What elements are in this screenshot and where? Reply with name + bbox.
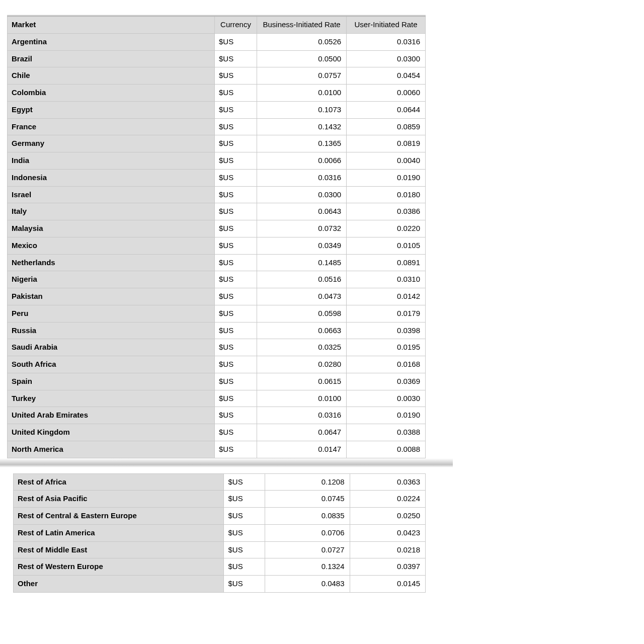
cell-user-rate: 0.0397 <box>350 558 425 576</box>
cell-currency: $US <box>215 356 257 373</box>
page-break-divider <box>0 458 453 467</box>
table-row: Italy$US0.06430.0386 <box>8 203 426 220</box>
cell-market: Brazil <box>8 50 215 67</box>
cell-currency: $US <box>215 135 257 152</box>
cell-market: Rest of Western Europe <box>14 558 224 576</box>
cell-currency: $US <box>215 186 257 203</box>
cell-user-rate: 0.0218 <box>350 541 425 558</box>
cell-user-rate: 0.0060 <box>347 85 426 102</box>
cell-user-rate: 0.0088 <box>347 441 426 458</box>
cell-business-rate: 0.1324 <box>265 558 350 576</box>
cell-business-rate: 0.0643 <box>257 203 347 220</box>
cell-market: South Africa <box>8 356 215 373</box>
col-currency: Currency <box>215 16 257 34</box>
table-row: Egypt$US0.10730.0644 <box>8 101 426 118</box>
table-row: Saudi Arabia$US0.03250.0195 <box>8 339 426 356</box>
cell-currency: $US <box>224 491 265 508</box>
cell-business-rate: 0.0598 <box>257 305 347 322</box>
cell-user-rate: 0.0300 <box>347 50 426 67</box>
cell-market: United Arab Emirates <box>8 407 215 424</box>
cell-business-rate: 0.0732 <box>257 220 347 237</box>
table-row: Rest of Latin America$US0.07060.0423 <box>14 524 426 541</box>
cell-user-rate: 0.0316 <box>347 33 426 50</box>
cell-business-rate: 0.0325 <box>257 339 347 356</box>
cell-market: Israel <box>8 186 215 203</box>
cell-user-rate: 0.0180 <box>347 186 426 203</box>
cell-market: Turkey <box>8 390 215 407</box>
table-row: Rest of Western Europe$US0.13240.0397 <box>14 558 426 576</box>
table-row: Pakistan$US0.04730.0142 <box>8 288 426 305</box>
cell-business-rate: 0.1365 <box>257 135 347 152</box>
cell-market: Saudi Arabia <box>8 339 215 356</box>
cell-user-rate: 0.0386 <box>347 203 426 220</box>
cell-business-rate: 0.0100 <box>257 85 347 102</box>
table-row: Brazil$US0.05000.0300 <box>8 50 426 67</box>
cell-business-rate: 0.0066 <box>257 152 347 170</box>
cell-user-rate: 0.0105 <box>347 237 426 254</box>
cell-business-rate: 0.0526 <box>257 33 347 50</box>
cell-business-rate: 0.0727 <box>265 541 350 558</box>
cell-user-rate: 0.0859 <box>347 118 426 135</box>
cell-currency: $US <box>215 33 257 50</box>
cell-business-rate: 0.0316 <box>257 169 347 186</box>
cell-business-rate: 0.0663 <box>257 322 347 339</box>
cell-user-rate: 0.0224 <box>350 491 425 508</box>
cell-user-rate: 0.0369 <box>347 373 426 390</box>
cell-user-rate: 0.0310 <box>347 271 426 288</box>
cell-market: Rest of Central & Eastern Europe <box>14 508 224 525</box>
cell-user-rate: 0.0040 <box>347 152 426 170</box>
cell-user-rate: 0.0220 <box>347 220 426 237</box>
cell-currency: $US <box>215 339 257 356</box>
table-row: United Arab Emirates$US0.03160.0190 <box>8 407 426 424</box>
cell-business-rate: 0.0300 <box>257 186 347 203</box>
cell-currency: $US <box>215 271 257 288</box>
cell-market: Argentina <box>8 33 215 50</box>
page: Market Currency Business-Initiated Rate … <box>0 0 644 593</box>
cell-currency: $US <box>224 558 265 576</box>
cell-market: Rest of Asia Pacific <box>14 491 224 508</box>
cell-business-rate: 0.0280 <box>257 356 347 373</box>
cell-currency: $US <box>215 441 257 458</box>
table-row: Rest of Central & Eastern Europe$US0.083… <box>14 508 426 525</box>
cell-business-rate: 0.0615 <box>257 373 347 390</box>
cell-market: Other <box>14 576 224 593</box>
cell-currency: $US <box>215 322 257 339</box>
cell-user-rate: 0.0250 <box>350 508 425 525</box>
cell-market: Pakistan <box>8 288 215 305</box>
cell-business-rate: 0.0757 <box>257 67 347 85</box>
table-row: Mexico$US0.03490.0105 <box>8 237 426 254</box>
cell-currency: $US <box>215 67 257 85</box>
cell-market: Russia <box>8 322 215 339</box>
cell-market: Colombia <box>8 85 215 102</box>
cell-currency: $US <box>215 237 257 254</box>
table-row: Rest of Asia Pacific$US0.07450.0224 <box>14 491 426 508</box>
table-row: South Africa$US0.02800.0168 <box>8 356 426 373</box>
cell-currency: $US <box>224 541 265 558</box>
table-row: Germany$US0.13650.0819 <box>8 135 426 152</box>
table-row: Nigeria$US0.05160.0310 <box>8 271 426 288</box>
cell-currency: $US <box>215 390 257 407</box>
cell-business-rate: 0.0483 <box>265 576 350 593</box>
cell-market: India <box>8 152 215 170</box>
cell-currency: $US <box>215 424 257 441</box>
cell-business-rate: 0.1432 <box>257 118 347 135</box>
cell-user-rate: 0.0891 <box>347 254 426 271</box>
table-row: Indonesia$US0.03160.0190 <box>8 169 426 186</box>
cell-business-rate: 0.1208 <box>265 473 350 491</box>
table-row: Rest of Africa$US0.12080.0363 <box>14 473 426 491</box>
table-row: Other$US0.04830.0145 <box>14 576 426 593</box>
cell-currency: $US <box>215 101 257 118</box>
cell-currency: $US <box>215 254 257 271</box>
cell-user-rate: 0.0195 <box>347 339 426 356</box>
cell-market: Rest of Africa <box>14 473 224 491</box>
cell-business-rate: 0.1485 <box>257 254 347 271</box>
cell-user-rate: 0.0398 <box>347 322 426 339</box>
table-row: Colombia$US0.01000.0060 <box>8 85 426 102</box>
cell-business-rate: 0.0516 <box>257 271 347 288</box>
cell-user-rate: 0.0644 <box>347 101 426 118</box>
cell-market: Malaysia <box>8 220 215 237</box>
cell-currency: $US <box>215 220 257 237</box>
cell-currency: $US <box>224 524 265 541</box>
cell-market: Spain <box>8 373 215 390</box>
cell-market: Indonesia <box>8 169 215 186</box>
